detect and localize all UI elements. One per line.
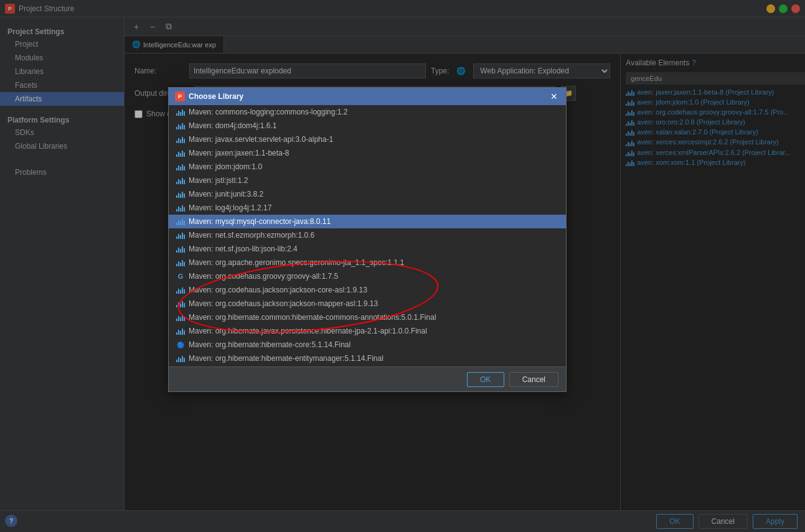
dialog-app-icon: P bbox=[175, 91, 185, 101]
lib-name-14: Maven: org.codehaus.jackson:jackson-mapp… bbox=[189, 299, 378, 308]
lib-icon-14 bbox=[176, 299, 185, 308]
lib-icon-9 bbox=[176, 231, 185, 240]
library-item-5[interactable]: Maven: jstl:jstl:1.2 bbox=[169, 174, 566, 187]
lib-name-16: Maven: org.hibernate.javax.persistence:h… bbox=[189, 327, 427, 335]
library-item-13[interactable]: Maven: org.codehaus.jackson:jackson-core… bbox=[169, 283, 566, 297]
library-item-14[interactable]: Maven: org.codehaus.jackson:jackson-mapp… bbox=[169, 297, 566, 310]
lib-icon-5 bbox=[176, 176, 185, 185]
dialog-close-button[interactable]: ✕ bbox=[548, 91, 560, 102]
lib-name-6: Maven: junit:junit:3.8.2 bbox=[189, 190, 263, 198]
lib-name-15: Maven: org.hibernate.common:hibernate-co… bbox=[189, 313, 436, 322]
lib-name-11: Maven: org.apache.geronimo.specs:geronim… bbox=[189, 258, 404, 267]
library-item-2[interactable]: Maven: javax.servlet:servlet-api:3.0-alp… bbox=[169, 133, 566, 146]
dialog-title: Choose Library bbox=[189, 92, 243, 101]
lib-icon-15 bbox=[176, 313, 185, 322]
lib-name-10: Maven: net.sf.json-lib:json-lib:2.4 bbox=[189, 245, 298, 253]
library-item-16[interactable]: Maven: org.hibernate.javax.persistence:h… bbox=[169, 324, 566, 338]
library-item-11[interactable]: Maven: org.apache.geronimo.specs:geronim… bbox=[169, 256, 566, 269]
lib-icon-2 bbox=[176, 135, 185, 144]
library-item-9[interactable]: Maven: net.sf.ezmorph:ezmorph:1.0.6 bbox=[169, 228, 566, 242]
lib-name-18: Maven: org.hibernate:hibernate-entityman… bbox=[189, 354, 384, 363]
dialog-cancel-button[interactable]: Cancel bbox=[509, 372, 558, 387]
library-item-17[interactable]: 🔵Maven: org.hibernate:hibernate-core:5.1… bbox=[169, 338, 566, 352]
dialog-footer: OK Cancel bbox=[169, 366, 566, 391]
lib-icon-12: G bbox=[176, 272, 185, 281]
lib-icon-6 bbox=[176, 190, 185, 198]
lib-icon-3 bbox=[176, 149, 185, 157]
library-list: Maven: commons-logging:commons-logging:1… bbox=[169, 105, 566, 366]
lib-icon-8 bbox=[176, 217, 185, 226]
lib-icon-7 bbox=[176, 203, 185, 212]
lib-name-1: Maven: dom4j:dom4j:1.6.1 bbox=[189, 121, 276, 130]
library-item-12[interactable]: GMaven: org.codehaus.groovy:groovy-all:1… bbox=[169, 269, 566, 283]
lib-icon-16 bbox=[176, 327, 185, 335]
lib-name-2: Maven: javax.servlet:servlet-api:3.0-alp… bbox=[189, 135, 333, 144]
lib-icon-0 bbox=[176, 108, 185, 116]
lib-icon-10 bbox=[176, 245, 185, 253]
library-item-10[interactable]: Maven: net.sf.json-lib:json-lib:2.4 bbox=[169, 242, 566, 256]
lib-icon-4 bbox=[176, 162, 185, 171]
lib-icon-1 bbox=[176, 121, 185, 130]
lib-name-9: Maven: net.sf.ezmorph:ezmorph:1.0.6 bbox=[189, 231, 314, 240]
modal-overlay: P Choose Library ✕ Maven: commons-loggin… bbox=[0, 0, 805, 532]
library-item-4[interactable]: Maven: jdom:jdom:1.0 bbox=[169, 160, 566, 174]
lib-name-5: Maven: jstl:jstl:1.2 bbox=[189, 176, 248, 185]
library-item-1[interactable]: Maven: dom4j:dom4j:1.6.1 bbox=[169, 119, 566, 133]
lib-icon-17: 🔵 bbox=[176, 340, 185, 349]
lib-name-8: Maven: mysql:mysql-connector-java:8.0.11 bbox=[189, 217, 331, 226]
lib-name-13: Maven: org.codehaus.jackson:jackson-core… bbox=[189, 286, 367, 294]
library-item-6[interactable]: Maven: junit:junit:3.8.2 bbox=[169, 187, 566, 201]
dialog-ok-button[interactable]: OK bbox=[467, 372, 504, 387]
library-item-3[interactable]: Maven: jaxen:jaxen:1.1-beta-8 bbox=[169, 146, 566, 160]
library-item-7[interactable]: Maven: log4j:log4j:1.2.17 bbox=[169, 201, 566, 215]
lib-name-12: Maven: org.codehaus.groovy:groovy-all:1.… bbox=[189, 272, 338, 281]
library-item-8[interactable]: Maven: mysql:mysql-connector-java:8.0.11 bbox=[169, 215, 566, 228]
library-item-0[interactable]: Maven: commons-logging:commons-logging:1… bbox=[169, 105, 566, 119]
lib-name-17: Maven: org.hibernate:hibernate-core:5.1.… bbox=[189, 340, 351, 349]
lib-name-3: Maven: jaxen:jaxen:1.1-beta-8 bbox=[189, 149, 289, 157]
lib-name-7: Maven: log4j:log4j:1.2.17 bbox=[189, 203, 271, 212]
library-item-15[interactable]: Maven: org.hibernate.common:hibernate-co… bbox=[169, 310, 566, 324]
choose-library-dialog: P Choose Library ✕ Maven: commons-loggin… bbox=[168, 87, 567, 392]
lib-name-4: Maven: jdom:jdom:1.0 bbox=[189, 162, 262, 171]
lib-icon-18 bbox=[176, 354, 185, 363]
lib-icon-11 bbox=[176, 258, 185, 267]
library-item-18[interactable]: Maven: org.hibernate:hibernate-entityman… bbox=[169, 352, 566, 365]
lib-icon-13 bbox=[176, 286, 185, 294]
lib-name-0: Maven: commons-logging:commons-logging:1… bbox=[189, 108, 347, 116]
dialog-title-bar: P Choose Library ✕ bbox=[169, 88, 566, 105]
